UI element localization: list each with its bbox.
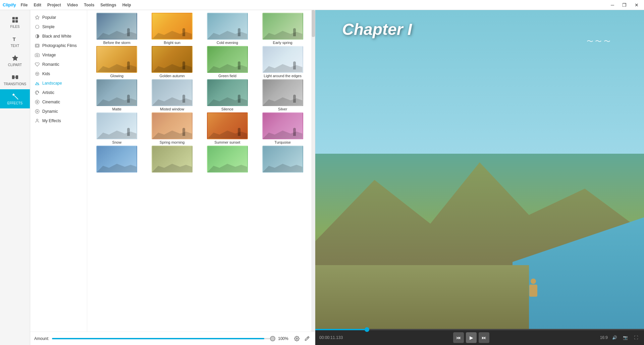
person-deco [127,61,130,69]
kids-icon [35,71,40,76]
preview-progress-dot[interactable] [365,327,369,332]
category-vintage[interactable]: Vintage [30,50,87,60]
sidebar-item-effects[interactable]: EFFECTS [0,89,30,108]
effect-matte-label: Matte [112,107,122,111]
effect-matte[interactable]: Matte [90,79,144,111]
person-deco [182,128,185,136]
effect-misted[interactable]: Misted window [145,79,199,111]
sidebar-item-clipart[interactable]: CLIPART [0,51,30,70]
volume-icon[interactable]: 🔊 [610,334,619,342]
amount-slider[interactable] [52,338,275,339]
effect-silver[interactable]: Silver [256,79,310,111]
category-landscape[interactable]: Landscape [30,79,87,88]
svg-point-23 [38,73,38,74]
mountains-deco [152,129,192,139]
amount-value: 100% [278,336,290,341]
transitions-icon [11,73,19,81]
menu-project[interactable]: Project [45,2,64,8]
category-blackwhite[interactable]: Black and White [30,32,87,41]
category-vintage-label: Vintage [42,53,56,57]
effect-r5d[interactable] [256,146,310,174]
mountains-deco [97,62,137,72]
category-dynamic[interactable]: Dynamic [30,107,87,116]
effect-r5b[interactable] [145,146,199,174]
effect-r5a[interactable] [90,146,144,174]
effects-grid-scroll[interactable]: Before the storm Bright sun [87,10,315,332]
category-simple[interactable]: Simple [30,22,87,32]
sidebar-item-text[interactable]: T TEXT [0,32,30,51]
mountains-deco [263,95,303,105]
menu-tools[interactable]: Tools [81,2,97,8]
effect-light[interactable]: Light around the edges [256,46,310,78]
amount-brush-button[interactable] [303,335,311,343]
effect-greenfield[interactable]: Green field [201,46,255,78]
effect-summer[interactable]: Summer sunset [201,112,255,144]
circle-icon [35,24,40,29]
grass-deco [315,265,529,329]
effect-thumb-bright [152,13,193,40]
menu-settings[interactable]: Settings [98,2,119,8]
menu-help[interactable]: Help [120,2,134,8]
seagulls-deco: 〜 〜 〜 [587,37,610,46]
screenshot-button[interactable]: 📷 [621,334,629,342]
category-popular[interactable]: Popular [30,13,87,22]
menu-edit[interactable]: Edit [31,2,44,8]
mountains-deco [152,62,192,72]
amount-settings-button[interactable] [293,335,301,343]
category-artistic[interactable]: Artistic [30,88,87,97]
category-bw-label: Black and White [42,34,71,39]
effect-earlyspring[interactable]: Early spring [256,13,310,45]
sidebar-item-files[interactable]: FILES [0,13,30,32]
svg-rect-6 [12,76,14,79]
person-body [529,285,537,297]
amount-label: Amount: [34,336,49,341]
preview-prev-button[interactable]: ⏮ [453,332,464,343]
effect-storm[interactable]: Before the storm [90,13,144,45]
grid-scrollbar-thumb[interactable] [312,10,315,37]
effect-thumb-springm [152,112,193,139]
category-cinematic[interactable]: Cinematic [30,97,87,107]
effect-cold[interactable]: Cold evening [201,13,255,45]
effect-thumb-light [262,46,303,73]
category-myeffects[interactable]: My Effects [30,116,87,126]
person-deco [127,28,130,36]
heart-icon [35,62,40,67]
preview-play-button[interactable]: ▶ [466,332,477,343]
effect-r5c[interactable] [201,146,255,174]
category-romantic[interactable]: Romantic [30,60,87,69]
effect-snow[interactable]: Snow [90,112,144,144]
category-sidebar: Popular Simple Black and White [30,10,87,332]
effect-thumb-golden [152,46,193,73]
effect-thumb-misted [152,79,193,106]
svg-marker-9 [35,15,39,19]
effect-summer-label: Summer sunset [214,140,240,144]
category-kids[interactable]: Kids [30,69,87,79]
effect-silence[interactable]: Silence [201,79,255,111]
effect-golden[interactable]: Golden autumn [145,46,199,78]
effect-turquoise[interactable]: Turquoise [256,112,310,144]
star-icon [11,54,19,62]
svg-point-30 [296,338,298,339]
effect-springm[interactable]: Spring morning [145,112,199,144]
preview-next-button[interactable]: ⏭ [479,332,489,343]
preview-progress-bar[interactable] [315,329,644,330]
fullscreen-button[interactable]: ⛶ [632,334,640,342]
minimize-button[interactable]: ─ [608,2,617,8]
menu-file[interactable]: File [18,2,31,8]
person-deco [182,61,185,69]
category-myeffects-label: My Effects [42,118,61,123]
amount-slider-thumb[interactable] [270,336,275,341]
category-photographic[interactable]: Photographic Films [30,41,87,50]
clipart-label: CLIPART [8,63,22,67]
menu-video[interactable]: Video [64,2,80,8]
files-label: FILES [10,25,20,29]
grid-scrollbar[interactable] [312,10,315,332]
effect-bright[interactable]: Bright sun [145,13,199,45]
category-photo-label: Photographic Films [42,43,77,48]
maximize-button[interactable]: ❐ [620,2,629,8]
effect-misted-label: Misted window [160,107,184,111]
close-button[interactable]: ✕ [632,2,641,8]
effect-glowing[interactable]: Glowing [90,46,144,78]
palette-icon [35,90,40,95]
sidebar-item-transitions[interactable]: TRANSITIONS [0,70,30,89]
